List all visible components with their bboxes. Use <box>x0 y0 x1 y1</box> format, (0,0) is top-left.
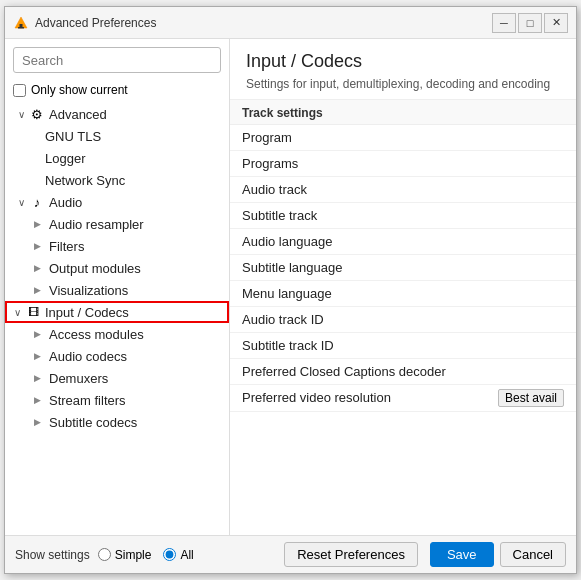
settings-row-programs[interactable]: Programs <box>230 151 576 177</box>
tree-label-filters: Filters <box>45 239 84 254</box>
settings-label-subtitle-track-id: Subtitle track ID <box>242 338 564 353</box>
cancel-button[interactable]: Cancel <box>500 542 566 567</box>
tree-item-input-codecs[interactable]: ∨ 🎞 Input / Codecs <box>5 301 229 323</box>
show-settings-label: Show settings <box>15 548 90 562</box>
tree-label-network-sync: Network Sync <box>45 173 125 188</box>
right-panel: Input / Codecs Settings for input, demul… <box>230 39 576 535</box>
settings-row-audio-track-id[interactable]: Audio track ID <box>230 307 576 333</box>
only-show-current-checkbox-label[interactable]: Only show current <box>5 81 229 103</box>
settings-row-menu-language[interactable]: Menu language <box>230 281 576 307</box>
tree-arrow-audio-resampler: ▶ <box>29 216 45 232</box>
radio-simple[interactable] <box>98 548 111 561</box>
tree-item-visualizations[interactable]: ▶ Visualizations <box>5 279 229 301</box>
tree-item-output-modules[interactable]: ▶ Output modules <box>5 257 229 279</box>
title-bar-buttons: ─ □ ✕ <box>492 13 568 33</box>
gear-icon: ⚙ <box>29 106 45 122</box>
svg-rect-1 <box>20 24 23 27</box>
settings-label-audio-track-id: Audio track ID <box>242 312 564 327</box>
tree-arrow-gnu-tls <box>29 128 45 144</box>
maximize-button[interactable]: □ <box>518 13 542 33</box>
tree-arrow-logger <box>29 150 45 166</box>
main-window: Advanced Preferences ─ □ ✕ Only show cur… <box>4 6 577 574</box>
tree-arrow-audio-codecs: ▶ <box>29 348 45 364</box>
tree-label-output-modules: Output modules <box>45 261 141 276</box>
tree-item-subtitle-codecs[interactable]: ▶ Subtitle codecs <box>5 411 229 433</box>
settings-label-audio-track: Audio track <box>242 182 564 197</box>
tree-label-demuxers: Demuxers <box>45 371 108 386</box>
tree-item-network-sync[interactable]: Network Sync <box>5 169 229 191</box>
music-icon: ♪ <box>29 194 45 210</box>
tree-area: ∨ ⚙ Advanced GNU TLS Logger Network Sync <box>5 103 229 535</box>
settings-row-audio-language[interactable]: Audio language <box>230 229 576 255</box>
action-buttons: Save Cancel <box>430 542 566 567</box>
settings-row-subtitle-track-id[interactable]: Subtitle track ID <box>230 333 576 359</box>
tree-arrow-stream-filters: ▶ <box>29 392 45 408</box>
settings-row-preferred-video-resolution[interactable]: Preferred video resolution Best avail <box>230 385 576 412</box>
tree-label-audio: Audio <box>49 195 82 210</box>
tree-arrow-access-modules: ▶ <box>29 326 45 342</box>
save-button[interactable]: Save <box>430 542 494 567</box>
tree-label-stream-filters: Stream filters <box>45 393 126 408</box>
tree-arrow-filters: ▶ <box>29 238 45 254</box>
svg-rect-2 <box>18 27 24 29</box>
tree-label-access-modules: Access modules <box>45 327 144 342</box>
radio-group-settings: Simple All <box>98 548 194 562</box>
tree-arrow-visualizations: ▶ <box>29 282 45 298</box>
tree-label-audio-resampler: Audio resampler <box>45 217 144 232</box>
right-panel-title: Input / Codecs <box>246 51 560 72</box>
tree-arrow-input-codecs: ∨ <box>9 304 25 320</box>
tree-arrow-audio: ∨ <box>13 194 29 210</box>
tree-item-logger[interactable]: Logger <box>5 147 229 169</box>
settings-label-preferred-video-resolution: Preferred video resolution <box>242 390 498 405</box>
close-button[interactable]: ✕ <box>544 13 568 33</box>
tree-item-demuxers[interactable]: ▶ Demuxers <box>5 367 229 389</box>
tree-item-audio[interactable]: ∨ ♪ Audio <box>5 191 229 213</box>
settings-row-audio-track[interactable]: Audio track <box>230 177 576 203</box>
tree-arrow-advanced: ∨ <box>13 106 29 122</box>
radio-all-text: All <box>180 548 193 562</box>
only-show-current-label: Only show current <box>31 83 128 97</box>
tree-label-visualizations: Visualizations <box>45 283 128 298</box>
tree-label-gnu-tls: GNU TLS <box>45 129 101 144</box>
tree-label-advanced: Advanced <box>49 107 107 122</box>
left-panel: Only show current ∨ ⚙ Advanced GNU TLS L… <box>5 39 230 535</box>
vlc-title-icon <box>13 15 29 31</box>
right-content: Track settings Program Programs Audio tr… <box>230 100 576 535</box>
settings-row-program[interactable]: Program <box>230 125 576 151</box>
settings-label-menu-language: Menu language <box>242 286 564 301</box>
tree-label-audio-codecs: Audio codecs <box>45 349 127 364</box>
bottom-bar: Show settings Simple All Reset Preferenc… <box>5 535 576 573</box>
settings-row-subtitle-track[interactable]: Subtitle track <box>230 203 576 229</box>
settings-label-preferred-cc-decoder: Preferred Closed Captions decoder <box>242 364 564 379</box>
radio-simple-text: Simple <box>115 548 152 562</box>
tree-label-logger: Logger <box>45 151 85 166</box>
window-title: Advanced Preferences <box>35 16 492 30</box>
minimize-button[interactable]: ─ <box>492 13 516 33</box>
window-content: Only show current ∨ ⚙ Advanced GNU TLS L… <box>5 39 576 535</box>
tree-item-filters[interactable]: ▶ Filters <box>5 235 229 257</box>
tree-item-audio-resampler[interactable]: ▶ Audio resampler <box>5 213 229 235</box>
best-available-button[interactable]: Best avail <box>498 389 564 407</box>
only-show-current-checkbox[interactable] <box>13 84 26 97</box>
title-bar: Advanced Preferences ─ □ ✕ <box>5 7 576 39</box>
radio-all[interactable] <box>163 548 176 561</box>
radio-all-label[interactable]: All <box>163 548 193 562</box>
settings-label-subtitle-language: Subtitle language <box>242 260 564 275</box>
tree-arrow-subtitle-codecs: ▶ <box>29 414 45 430</box>
tree-item-gnu-tls[interactable]: GNU TLS <box>5 125 229 147</box>
search-input[interactable] <box>13 47 221 73</box>
tree-item-stream-filters[interactable]: ▶ Stream filters <box>5 389 229 411</box>
reset-preferences-button[interactable]: Reset Preferences <box>284 542 418 567</box>
settings-row-subtitle-language[interactable]: Subtitle language <box>230 255 576 281</box>
film-icon: 🎞 <box>25 304 41 320</box>
settings-row-preferred-cc-decoder[interactable]: Preferred Closed Captions decoder <box>230 359 576 385</box>
right-header: Input / Codecs Settings for input, demul… <box>230 39 576 100</box>
tree-arrow-demuxers: ▶ <box>29 370 45 386</box>
tree-arrow-network-sync <box>29 172 45 188</box>
tree-item-advanced[interactable]: ∨ ⚙ Advanced <box>5 103 229 125</box>
tree-item-audio-codecs[interactable]: ▶ Audio codecs <box>5 345 229 367</box>
settings-label-audio-language: Audio language <box>242 234 564 249</box>
radio-simple-label[interactable]: Simple <box>98 548 152 562</box>
tree-item-access-modules[interactable]: ▶ Access modules <box>5 323 229 345</box>
tree-label-input-codecs: Input / Codecs <box>45 305 129 320</box>
